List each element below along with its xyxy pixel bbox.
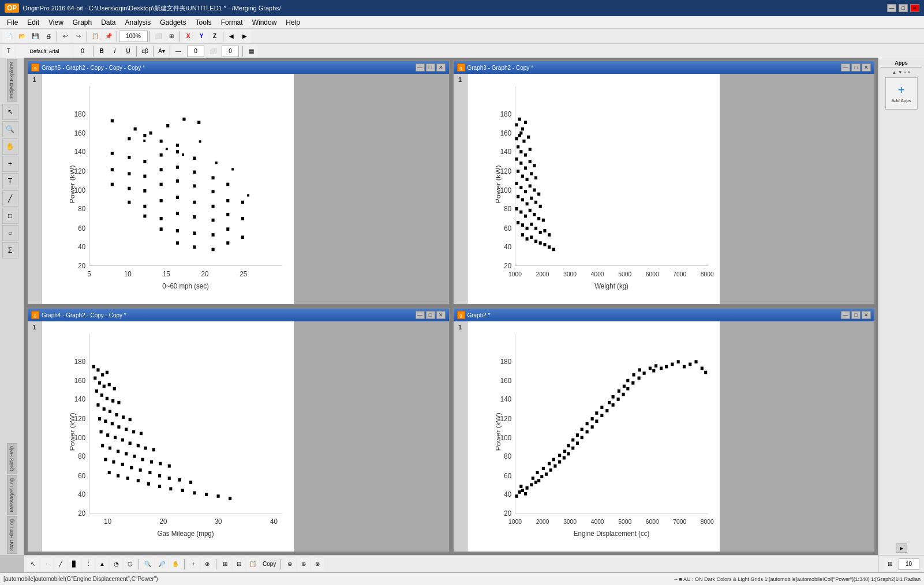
bt-screen-reader[interactable]: ⊕ bbox=[201, 558, 214, 571]
bt-pointer[interactable]: ↖ bbox=[27, 558, 39, 571]
tb-z[interactable]: Z bbox=[208, 30, 221, 43]
bt-zoom-in[interactable]: 🔍 bbox=[141, 558, 154, 571]
tb-underline[interactable]: U bbox=[122, 45, 134, 58]
project-explorer-tab[interactable]: Project Explorer bbox=[7, 59, 17, 102]
graph2-titlebar[interactable]: g Graph2 * — □ ✕ bbox=[454, 309, 875, 321]
tb-fill-rect[interactable]: ⬜ bbox=[207, 45, 219, 58]
tb-fit[interactable]: ⬜ bbox=[152, 30, 164, 43]
close-button[interactable]: ✕ bbox=[910, 4, 919, 12]
quick-help-tab[interactable]: Quick Help bbox=[7, 443, 17, 474]
tool-draw-circle[interactable]: ○ bbox=[2, 225, 18, 241]
tb-paste[interactable]: 📌 bbox=[102, 30, 115, 43]
menu-file[interactable]: File bbox=[2, 17, 23, 28]
bt-data-reader[interactable]: + bbox=[187, 558, 200, 571]
bt-pan[interactable]: ✋ bbox=[169, 558, 182, 571]
tb-line-width[interactable] bbox=[185, 45, 206, 58]
graph3-close[interactable]: ✕ bbox=[862, 63, 871, 72]
graph5-titlebar[interactable]: g Graph5 - Graph2 - Copy - Copy - Copy *… bbox=[28, 61, 449, 74]
bt-merge[interactable]: ⊞ bbox=[219, 558, 231, 571]
bt-dot[interactable]: · bbox=[40, 558, 53, 571]
fill-input[interactable] bbox=[222, 46, 239, 57]
tb-redo[interactable]: ↪ bbox=[72, 30, 85, 43]
graph3-maximize[interactable]: □ bbox=[851, 63, 861, 72]
line-width-input[interactable] bbox=[187, 46, 204, 57]
tool-pan[interactable]: ✋ bbox=[2, 138, 18, 155]
graph4-titlebar[interactable]: g Graph4 - Graph2 - Copy - Copy * — □ ✕ bbox=[28, 309, 449, 321]
tool-draw-rect[interactable]: □ bbox=[2, 208, 18, 224]
menu-data[interactable]: Data bbox=[96, 17, 120, 28]
bt-area[interactable]: ▲ bbox=[96, 558, 109, 571]
tb-new[interactable]: 📄 bbox=[2, 30, 15, 43]
tool-draw-line[interactable]: ╱ bbox=[2, 190, 18, 207]
graph4-plot-area[interactable]: 20 40 60 80 100 120 140 160 180 10 20 30… bbox=[42, 321, 449, 552]
tool-text[interactable]: T bbox=[2, 173, 18, 189]
tb-next[interactable]: ▶ bbox=[238, 30, 251, 43]
menu-format[interactable]: Format bbox=[216, 17, 248, 28]
tool-formula[interactable]: Σ bbox=[2, 242, 18, 258]
graph5-maximize[interactable]: □ bbox=[426, 63, 435, 72]
graph2-plot-area[interactable]: 20 40 60 80 100 120 140 160 180 1000 200… bbox=[467, 321, 875, 552]
tb-print[interactable]: 🖨 bbox=[42, 30, 55, 43]
graph3-titlebar[interactable]: g Graph3 - Graph2 - Copy * — □ ✕ bbox=[454, 61, 875, 74]
tb-pattern[interactable]: ▦ bbox=[245, 45, 257, 58]
graph3-plot-area[interactable]: 20 40 60 80 100 120 140 160 180 1000 200… bbox=[467, 74, 875, 304]
tb-italic[interactable]: I bbox=[109, 45, 121, 58]
tool-zoom[interactable]: 🔍 bbox=[2, 121, 18, 137]
bt-split[interactable]: ⊟ bbox=[233, 558, 245, 571]
tb-copy[interactable]: 📋 bbox=[89, 30, 102, 43]
tb-save[interactable]: 💾 bbox=[29, 30, 42, 43]
menu-view[interactable]: View bbox=[44, 17, 68, 28]
start-hint-log-tab[interactable]: Start Hint Log bbox=[7, 516, 17, 554]
graph5-close[interactable]: ✕ bbox=[436, 63, 446, 72]
graph5-minimize[interactable]: — bbox=[416, 63, 425, 72]
bt-misc1[interactable]: ⊛ bbox=[283, 558, 296, 571]
graph4-minimize[interactable]: — bbox=[416, 311, 425, 319]
tb-open[interactable]: 📂 bbox=[16, 30, 28, 43]
menu-tools[interactable]: Tools bbox=[191, 17, 216, 28]
messages-log-tab[interactable]: Messages Log bbox=[7, 475, 17, 515]
tb-grid[interactable]: ⊞ bbox=[165, 30, 178, 43]
right-tool-1[interactable]: ▶ bbox=[896, 543, 907, 553]
tb-alpha[interactable]: αβ bbox=[139, 45, 151, 58]
graph4-close[interactable]: ✕ bbox=[436, 311, 446, 319]
tb-font-icon[interactable]: T bbox=[2, 45, 15, 58]
tb-font-size[interactable]: 0 bbox=[74, 45, 91, 58]
menu-window[interactable]: Window bbox=[248, 17, 282, 28]
graph4-maximize[interactable]: □ bbox=[426, 311, 435, 319]
add-apps-button[interactable]: + Add Apps bbox=[885, 77, 918, 110]
zoom-input[interactable] bbox=[119, 31, 148, 42]
tb-bold[interactable]: B bbox=[95, 45, 108, 58]
tb-x[interactable]: X bbox=[182, 30, 194, 43]
graph5-plot-area[interactable]: 20 40 60 80 100 120 140 160 180 5 10 15 … bbox=[42, 74, 449, 304]
graph3-minimize[interactable]: — bbox=[841, 63, 850, 72]
tb-undo[interactable]: ↩ bbox=[59, 30, 72, 43]
menu-help[interactable]: Help bbox=[281, 17, 305, 28]
tool-pointer[interactable]: ↖ bbox=[2, 104, 18, 120]
bt-zoom-out[interactable]: 🔎 bbox=[155, 558, 168, 571]
tb-font-name[interactable]: Default: Arial bbox=[16, 45, 73, 58]
menu-edit[interactable]: Edit bbox=[23, 17, 44, 28]
bt-misc3[interactable]: ⊗ bbox=[311, 558, 324, 571]
bt-line[interactable]: ╱ bbox=[54, 558, 67, 571]
menu-gadgets[interactable]: Gadgets bbox=[155, 17, 190, 28]
menu-analysis[interactable]: Analysis bbox=[121, 17, 156, 28]
bt-pie[interactable]: ◔ bbox=[110, 558, 122, 571]
num-input[interactable]: 10 bbox=[899, 558, 919, 570]
tb-fill-input[interactable] bbox=[220, 45, 241, 58]
bt-scatter[interactable]: ⁚ bbox=[82, 558, 95, 571]
graph2-close[interactable]: ✕ bbox=[862, 311, 871, 319]
bt-bar[interactable]: ▊ bbox=[68, 558, 81, 571]
minimize-button[interactable]: — bbox=[887, 4, 896, 12]
graph2-minimize[interactable]: — bbox=[841, 311, 850, 319]
tool-data-reader[interactable]: + bbox=[2, 156, 18, 172]
tb-y[interactable]: Y bbox=[195, 30, 208, 43]
graph2-maximize[interactable]: □ bbox=[851, 311, 861, 319]
bt-3d[interactable]: ⬡ bbox=[124, 558, 136, 571]
tb-line-style[interactable]: — bbox=[172, 45, 185, 58]
maximize-button[interactable]: □ bbox=[899, 4, 908, 12]
tb-prev[interactable]: ◀ bbox=[225, 30, 238, 43]
tb-fill-color[interactable]: A▾ bbox=[155, 45, 168, 58]
bt-misc2[interactable]: ⊕ bbox=[297, 558, 310, 571]
bt-copy-graph[interactable]: 📋 bbox=[246, 558, 259, 571]
menu-graph[interactable]: Graph bbox=[68, 17, 96, 28]
